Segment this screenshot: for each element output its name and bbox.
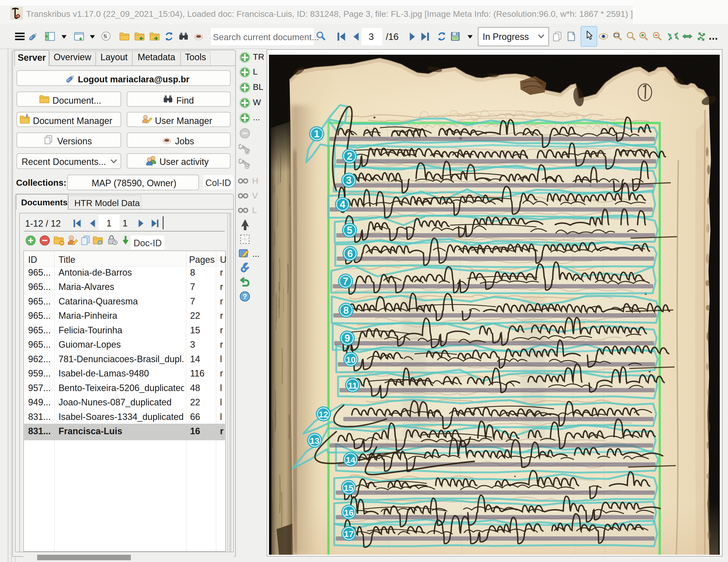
svg-text:15: 15 <box>344 483 353 493</box>
svg-text:14: 14 <box>346 455 355 465</box>
svg-text:6: 6 <box>347 248 353 259</box>
svg-text:16: 16 <box>344 508 354 517</box>
svg-text:13: 13 <box>310 436 319 445</box>
svg-text:?: ? <box>243 292 247 300</box>
svg-text:2: 2 <box>347 151 352 162</box>
svg-text:9: 9 <box>345 332 350 343</box>
svg-text:11: 11 <box>348 381 357 390</box>
svg-text:10: 10 <box>346 355 356 364</box>
svg-text:?: ? <box>114 241 116 245</box>
svg-text:4: 4 <box>340 199 346 210</box>
svg-text:17: 17 <box>344 529 354 539</box>
svg-text:1: 1 <box>314 128 319 139</box>
svg-text:5: 5 <box>347 225 352 236</box>
svg-text:8: 8 <box>343 305 349 316</box>
svg-text:12: 12 <box>319 410 328 419</box>
svg-text:3: 3 <box>346 175 352 186</box>
svg-text:7: 7 <box>343 276 348 286</box>
